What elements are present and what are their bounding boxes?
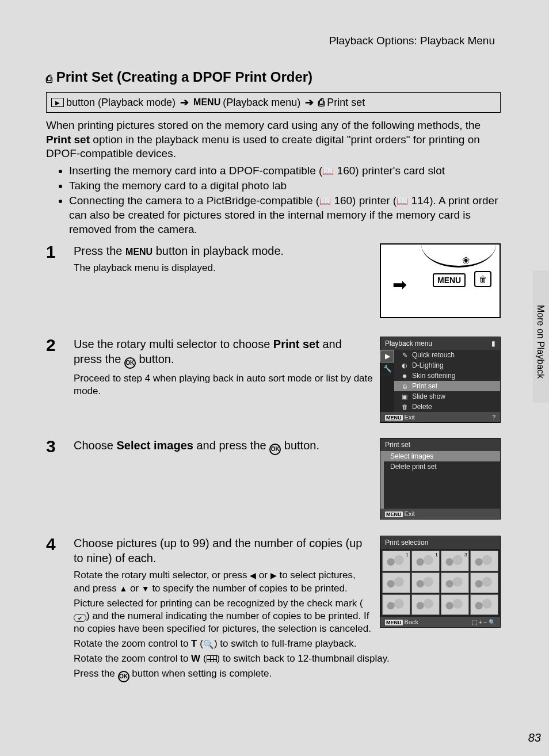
print-set-icon: ⎙ [401, 383, 409, 390]
intro-paragraph: When printing pictures stored on the mem… [46, 119, 501, 161]
delete-button-graphic: 🗑 [474, 271, 491, 287]
step-number: 4 [46, 536, 67, 553]
thumbnail: 1 [411, 551, 440, 571]
back-label: Back [405, 618, 418, 625]
magnify-icon: 🔍 [203, 639, 214, 649]
step-3: 3 Choose Select images and press the OK … [46, 438, 501, 520]
nav-seg3: Print set [327, 97, 365, 109]
playback-icon: ▶ [51, 98, 64, 107]
header-breadcrumb: Playback Options: Playback Menu [46, 35, 501, 47]
thumbnail: 1 [382, 551, 410, 571]
zoom-hint-icon: ⬚ + − 🔍 [472, 619, 495, 625]
battery-icon: ▮ [491, 339, 495, 348]
step-1: 1 Press the MENU button in playback mode… [46, 243, 501, 318]
step-subtext: Press the OK button when setting is comp… [74, 667, 501, 682]
left-icon: ◀ [250, 571, 256, 580]
page-ref-icon: 📖 [322, 166, 334, 176]
menu-badge: MENU [385, 415, 403, 421]
step-heading: Choose Select images and press the OK bu… [74, 438, 373, 455]
down-icon: ▼ [142, 584, 150, 593]
playback-menu-screen: Playback menu▮ ▶ 🔧 ✎Quick retouch ◐D-Lig… [380, 337, 501, 423]
menu-item: Slide show [412, 392, 445, 400]
step-4: 4 Choose pictures (up to 99) and the num… [46, 536, 501, 684]
thumbnail [441, 572, 469, 593]
title-text: Print Set (Creating a DPOF Print Order) [56, 69, 312, 85]
menu-list: ✎Quick retouch ◐D-Lighting ☻Skin softeni… [394, 350, 500, 412]
arrow-indicator-icon: ➡ [392, 274, 407, 295]
print-selection-screen: Print selection 1 1 3 [380, 536, 501, 628]
thumbnail [382, 572, 410, 593]
menu-badge: MENU [385, 620, 403, 625]
menu-item: Delete print set [390, 463, 437, 471]
step-subtext: Rotate the zoom control to T (🔍) to swit… [74, 637, 501, 650]
step-number: 2 [46, 337, 67, 423]
right-icon: ▶ [270, 571, 277, 580]
thumbnail-grid-icon [207, 655, 217, 662]
menu-label: MENU [193, 97, 220, 108]
arrow-icon: ➔ [305, 96, 314, 109]
exit-label: Exit [405, 414, 415, 421]
help-icon: ? [492, 414, 495, 421]
ok-button-icon: OK [124, 357, 136, 369]
menu-item: Skin softening [412, 372, 455, 380]
menu-item: D-Lighting [412, 361, 444, 369]
thumbnail-grid: 1 1 3 [380, 549, 500, 617]
step-subtext: Rotate the zoom control to W () to switc… [74, 652, 501, 665]
page-number: 83 [528, 731, 541, 744]
tab-setup-icon: 🔧 [380, 362, 394, 375]
thumbnail [382, 594, 410, 615]
tab-playback-icon: ▶ [380, 350, 394, 362]
bullet-item: Inserting the memory card into a DPOF-co… [69, 163, 501, 178]
thumbnail [470, 572, 498, 593]
bullet-item: Taking the memory card to a digital phot… [69, 178, 501, 193]
step-subtext: The playback menu is displayed. [74, 262, 373, 274]
menu-button-graphic: MENU [433, 273, 466, 287]
delete-icon: 🗑 [401, 403, 409, 410]
retouch-icon: ✎ [401, 352, 409, 359]
screen-title: Playback menu [385, 339, 432, 348]
nav-seg2: (Playback menu) [223, 97, 300, 109]
nav-seg1: button (Playback mode) [66, 97, 176, 109]
step-number: 3 [46, 438, 67, 520]
menu-item: Quick retouch [412, 351, 455, 359]
menu-badge: MENU [385, 511, 403, 517]
ok-button-icon: OK [118, 671, 129, 682]
camera-diagram: ❀ ➡ MENU 🗑 [380, 243, 501, 318]
step-subtext: Rotate the rotary multi selector, or pre… [74, 569, 373, 594]
print-set-screen: Print set Select images Delete print set [380, 438, 501, 520]
dlighting-icon: ◐ [401, 362, 409, 369]
macro-icon: ❀ [462, 255, 470, 266]
step-heading: Choose pictures (up to 99) and the numbe… [74, 536, 373, 566]
screen-title: Print set [385, 441, 410, 449]
page-ref-icon: 📖 [319, 196, 331, 206]
print-set-icon: ⎙ [318, 97, 325, 109]
menu-item-selected: Select images [390, 452, 433, 460]
page-title: ⎙ Print Set (Creating a DPOF Print Order… [46, 69, 501, 85]
step-subtext: Proceed to step 4 when playing back in a… [74, 372, 373, 398]
thumbnail: 3 [441, 551, 469, 571]
skin-icon: ☻ [401, 372, 409, 379]
step-2: 2 Use the rotary multi selector to choos… [46, 337, 501, 423]
thumbnail [470, 594, 498, 615]
step-heading: Press the MENU button in playback mode. [74, 243, 373, 258]
thumbnail [441, 594, 469, 615]
print-set-icon: ⎙ [46, 73, 52, 85]
screen-title: Print selection [385, 539, 428, 547]
checkmark-icon: ✔ [74, 614, 86, 622]
ok-button-icon: OK [269, 444, 281, 455]
step-number: 1 [46, 243, 67, 318]
nav-path-box: ▶ button (Playback mode) ➔ MENU (Playbac… [46, 92, 501, 113]
page-ref-icon: 📖 [396, 196, 408, 206]
side-label: More on Playback [535, 305, 546, 379]
exit-label: Exit [405, 510, 415, 517]
up-icon: ▲ [119, 584, 127, 593]
arrow-icon: ➔ [180, 96, 189, 109]
thumbnail [411, 594, 440, 615]
step-subtext: Picture selected for printing can be rec… [74, 597, 373, 635]
thumbnail [411, 572, 440, 593]
thumbnail [470, 551, 498, 571]
slideshow-icon: ▣ [401, 393, 409, 400]
menu-item-selected: Print set [412, 382, 437, 390]
step-heading: Use the rotary multi selector to choose … [74, 337, 373, 369]
menu-item: Delete [412, 403, 432, 411]
